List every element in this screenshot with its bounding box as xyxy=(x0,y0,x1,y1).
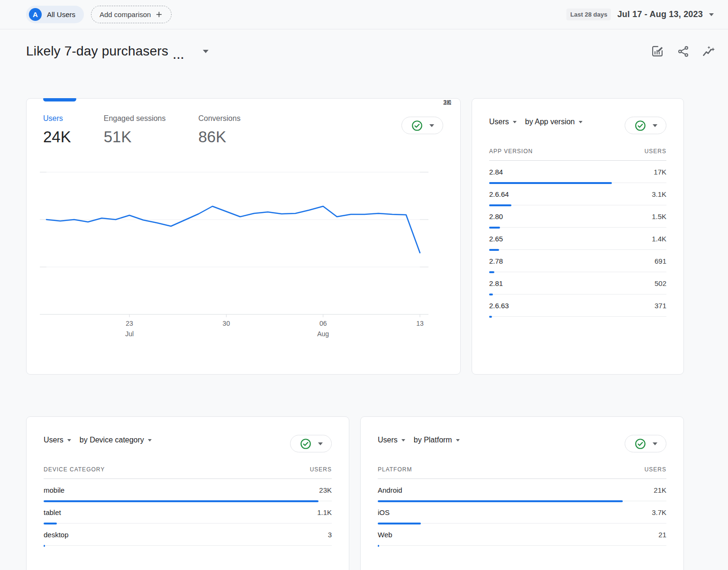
row-label: Web xyxy=(378,531,392,539)
table-row: tablet1.1K xyxy=(44,501,332,524)
table-row: 2.6.643.1K xyxy=(489,183,666,205)
table-row: Web21 xyxy=(378,524,666,546)
date-range-selector[interactable]: Last 28 days Jul 17 - Aug 13, 2023 xyxy=(566,9,714,20)
row-value: 691 xyxy=(655,257,666,265)
date-range-text: Jul 17 - Aug 13, 2023 xyxy=(617,9,703,19)
users-by-app-version-card: Users by App version APP VERSION USERS 2… xyxy=(472,98,684,375)
row-value: 1.4K xyxy=(652,235,666,243)
share-icon[interactable] xyxy=(676,45,690,58)
row-label: tablet xyxy=(44,508,61,516)
users-overview-card: Users 24K Engaged sessions 51K Conversio… xyxy=(26,98,461,375)
users-line-chart[interactable] xyxy=(46,172,428,319)
comparison-bar: A All Users Add comparison Last 28 days … xyxy=(0,0,728,29)
chevron-down-icon xyxy=(429,124,434,127)
table-row: 2.6.63371 xyxy=(489,294,666,317)
row-value: 21K xyxy=(654,486,666,494)
column-header-dimension: PLATFORM xyxy=(378,466,412,473)
row-value: 3.7K xyxy=(652,508,666,516)
report-title-selector[interactable]: Likely 7-day purchasers ... xyxy=(26,44,209,59)
row-value: 3.1K xyxy=(652,190,666,198)
tab-engaged-sessions[interactable]: Engaged sessions 51K xyxy=(104,114,166,146)
dimension-selector[interactable]: by App version xyxy=(525,118,582,126)
comparison-avatar: A xyxy=(29,8,42,21)
row-value: 371 xyxy=(655,302,666,310)
table-header: APP VERSION USERS xyxy=(489,148,666,161)
row-label: 2.6.63 xyxy=(489,302,509,310)
table-row: 2.651.4K xyxy=(489,228,666,250)
check-circle-icon xyxy=(411,120,423,132)
x-axis-tick: 06Aug xyxy=(317,318,329,339)
users-by-platform-card: Users by Platform PLATFORM USERS Android… xyxy=(360,416,684,570)
chevron-down-icon xyxy=(653,124,657,127)
column-header-dimension: APP VERSION xyxy=(489,148,533,155)
all-users-label: All Users xyxy=(47,10,75,18)
chevron-down-icon xyxy=(318,442,323,445)
report-header: Likely 7-day purchasers ... xyxy=(0,29,728,59)
add-comparison-button[interactable]: Add comparison xyxy=(91,6,172,23)
chevron-down-icon xyxy=(67,439,71,441)
chevron-down-icon xyxy=(456,439,460,441)
y-axis-tick: 0 xyxy=(433,99,451,106)
metric-selector[interactable]: Users xyxy=(378,436,405,444)
row-label: 2.78 xyxy=(489,257,503,265)
row-bar xyxy=(489,316,492,318)
line-chart-svg xyxy=(46,172,428,319)
page-title: Likely 7-day purchasers xyxy=(26,44,168,59)
row-value: 1.5K xyxy=(652,212,666,221)
chevron-down-icon xyxy=(709,13,714,16)
chevron-down-icon xyxy=(203,50,209,53)
data-quality-button[interactable] xyxy=(625,117,666,134)
row-value: 1.1K xyxy=(317,508,332,516)
table-row: desktop3 xyxy=(44,524,332,546)
tab-users[interactable]: Users 24K xyxy=(43,114,71,146)
insights-icon[interactable] xyxy=(702,45,715,58)
tab-conversions[interactable]: Conversions 86K xyxy=(198,114,240,146)
row-label: 2.6.64 xyxy=(489,190,509,198)
edit-chart-icon[interactable] xyxy=(651,45,664,58)
table-row: 2.8417K xyxy=(489,161,666,183)
dimension-selector[interactable]: by Device category xyxy=(80,436,152,444)
plus-icon xyxy=(155,10,163,18)
chevron-down-icon xyxy=(401,439,405,441)
check-circle-icon xyxy=(300,438,312,450)
table-header: PLATFORM USERS xyxy=(378,466,666,479)
row-label: iOS xyxy=(378,508,390,516)
row-value: 23K xyxy=(319,486,332,494)
title-overflow-dots: ... xyxy=(173,52,184,59)
row-label: 2.81 xyxy=(489,279,503,287)
x-axis-tick: 30 xyxy=(223,318,230,329)
row-bar xyxy=(378,545,379,547)
data-quality-button[interactable] xyxy=(625,435,666,452)
all-users-chip[interactable]: A All Users xyxy=(26,6,84,23)
table-row: mobile23K xyxy=(44,479,332,501)
row-value: 21 xyxy=(658,531,666,539)
column-header-users: USERS xyxy=(310,466,332,473)
row-label: desktop xyxy=(44,531,69,539)
table-row: 2.81502 xyxy=(489,272,666,294)
table-row: Android21K xyxy=(378,479,666,501)
metric-selector[interactable]: Users xyxy=(489,118,517,126)
dimension-selector[interactable]: by Platform xyxy=(414,436,460,444)
x-axis-tick: 13 xyxy=(416,318,424,329)
check-circle-icon xyxy=(634,438,646,450)
table-row: iOS3.7K xyxy=(378,501,666,524)
users-by-device-category-card: Users by Device category DEVICE CATEGORY… xyxy=(26,416,349,570)
data-quality-button[interactable] xyxy=(401,117,443,134)
row-value: 502 xyxy=(655,279,666,287)
data-quality-button[interactable] xyxy=(290,435,332,452)
table-row: 2.801.5K xyxy=(489,205,666,228)
check-circle-icon xyxy=(634,120,646,132)
row-label: mobile xyxy=(44,486,64,494)
chevron-down-icon xyxy=(148,439,152,441)
row-value: 3 xyxy=(328,531,332,539)
date-preset-badge: Last 28 days xyxy=(566,9,611,20)
metric-tabs: Users 24K Engaged sessions 51K Conversio… xyxy=(43,114,240,146)
row-bar xyxy=(44,545,45,547)
column-header-users: USERS xyxy=(645,466,666,473)
row-value: 17K xyxy=(654,168,666,176)
metric-selector[interactable]: Users xyxy=(44,436,71,444)
table-row: 2.78691 xyxy=(489,250,666,272)
chevron-down-icon xyxy=(653,442,657,445)
row-label: 2.80 xyxy=(489,212,503,221)
table-header: DEVICE CATEGORY USERS xyxy=(44,466,332,479)
